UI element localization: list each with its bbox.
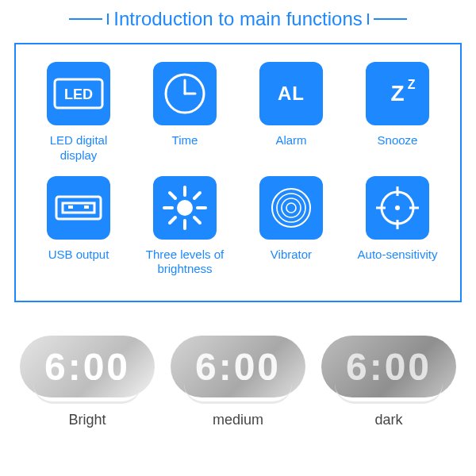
brightness-icon xyxy=(153,176,217,240)
svg-line-15 xyxy=(194,217,200,223)
feature-label: LED digital display xyxy=(36,133,121,163)
svg-rect-6 xyxy=(63,203,94,213)
svg-line-14 xyxy=(170,193,175,198)
clock-dark: 6:00 dark xyxy=(320,336,459,428)
feature-label: Time xyxy=(172,133,198,148)
svg-text:LED: LED xyxy=(64,86,93,102)
svg-point-27 xyxy=(395,205,400,210)
section-title: Introduction to main functions xyxy=(14,8,462,30)
feature-label: Auto-sensitivity xyxy=(358,248,438,263)
feature-vibrator: Vibrator xyxy=(249,176,333,278)
feature-label: Vibrator xyxy=(271,248,312,263)
snooze-icon: ZZ xyxy=(366,62,429,125)
feature-label: USB output xyxy=(48,248,109,263)
usb-icon xyxy=(47,176,110,240)
clock-time: 6:00 xyxy=(195,345,281,389)
svg-rect-7 xyxy=(68,205,73,209)
alarm-icon: AL xyxy=(259,62,323,125)
title-rule-left xyxy=(69,18,102,20)
clock-medium: 6:00 medium xyxy=(169,336,308,428)
features-panel: LED LED digital display Time AL Alarm ZZ… xyxy=(14,43,462,302)
feature-usb: USB output xyxy=(36,176,121,278)
feature-time: Time xyxy=(143,62,227,163)
feature-label: Alarm xyxy=(275,133,306,148)
autosensitivity-icon xyxy=(366,176,429,240)
svg-rect-8 xyxy=(84,205,89,209)
clock-label: medium xyxy=(169,412,308,428)
feature-led: LED LED digital display xyxy=(36,62,121,163)
clock-bright: 6:00 Bright xyxy=(18,336,157,428)
title-text: Introduction to main functions xyxy=(113,8,363,30)
vibrator-icon xyxy=(259,176,323,240)
clock-device: 6:00 xyxy=(321,336,456,397)
svg-line-16 xyxy=(194,193,200,198)
clock-label: Bright xyxy=(18,412,157,428)
svg-line-17 xyxy=(170,217,175,223)
title-cap-left xyxy=(107,13,109,25)
clock-device: 6:00 xyxy=(171,336,305,397)
clock-icon xyxy=(153,62,217,125)
led-icon: LED xyxy=(47,62,110,125)
title-rule-right xyxy=(374,18,407,20)
svg-point-9 xyxy=(177,200,193,216)
feature-alarm: AL Alarm xyxy=(249,62,333,163)
feature-label: Three levels of brightness xyxy=(143,248,227,278)
feature-snooze: ZZ Snooze xyxy=(355,62,440,163)
feature-brightness: Three levels of brightness xyxy=(143,176,227,278)
feature-autosensitivity: Auto-sensitivity xyxy=(355,176,440,278)
feature-label: Snooze xyxy=(378,133,418,148)
brightness-examples: 6:00 Bright 6:00 medium 6:00 dark xyxy=(14,336,462,428)
svg-point-21 xyxy=(286,203,296,213)
svg-point-20 xyxy=(282,198,301,217)
clock-time: 6:00 xyxy=(346,345,432,389)
clock-time: 6:00 xyxy=(44,345,130,389)
title-cap-right xyxy=(367,13,369,25)
clock-device: 6:00 xyxy=(20,336,155,397)
clock-label: dark xyxy=(320,412,459,428)
